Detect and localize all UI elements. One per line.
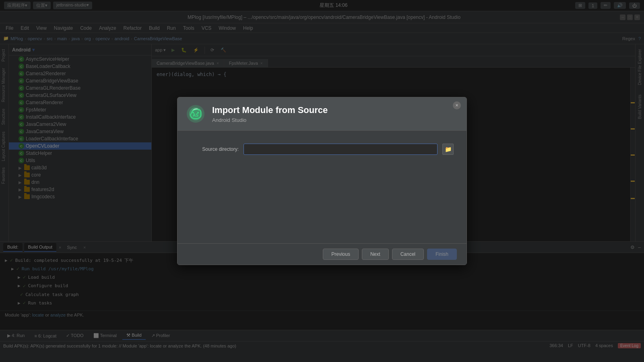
modal-footer: Previous Next Cancel Finish xyxy=(178,243,466,265)
modal-overlay: AS Import Module from Source Android Stu… xyxy=(0,0,644,362)
finish-button[interactable]: Finish xyxy=(427,249,457,260)
modal-header: AS Import Module from Source Android Stu… xyxy=(178,97,466,131)
source-directory-input[interactable] xyxy=(244,144,438,155)
modal-close-btn[interactable]: × xyxy=(453,101,461,109)
modal-body: Source directory: 📁 xyxy=(178,131,466,243)
source-label: Source directory: xyxy=(190,146,239,152)
previous-button[interactable]: Previous xyxy=(323,249,359,260)
next-button[interactable]: Next xyxy=(362,249,389,260)
browse-button[interactable]: 📁 xyxy=(442,144,454,155)
source-directory-row: Source directory: 📁 xyxy=(190,144,454,155)
modal-subtitle: Android Studio xyxy=(212,117,328,123)
cancel-button[interactable]: Cancel xyxy=(392,249,424,260)
modal-title: Import Module from Source xyxy=(212,105,328,115)
svg-text:AS: AS xyxy=(193,113,198,117)
folder-open-icon: 📁 xyxy=(445,146,452,152)
import-module-dialog: AS Import Module from Source Android Stu… xyxy=(177,97,467,265)
modal-title-area: Import Module from Source Android Studio xyxy=(212,105,328,123)
android-studio-logo: AS xyxy=(186,104,206,124)
